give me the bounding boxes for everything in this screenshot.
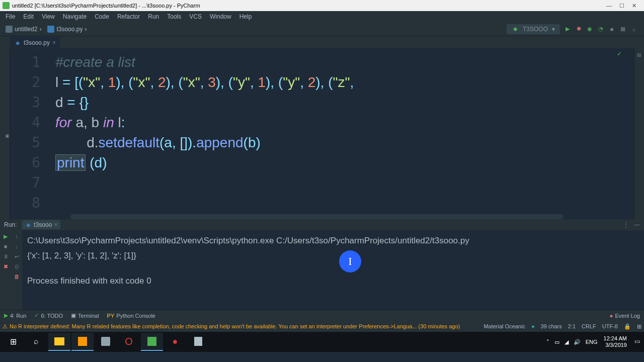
chevron-right-icon: › [85,26,87,33]
wrap-icon[interactable]: ↩ [13,253,20,260]
notepad-button[interactable] [187,333,209,351]
more-icon[interactable]: ⋮ [623,221,629,228]
left-tool-stripe: ▣ [0,48,10,219]
window-title: untitled2 [C:\Users\t3so\PycharmProjects… [12,3,606,9]
run-toolbar-right: ↑ ↓ ↩ ⎙ 🗑 [11,230,22,310]
close-tab-icon[interactable]: × [52,39,56,46]
tool-todo[interactable]: ✓6: TODO [30,312,67,319]
menu-run[interactable]: Run [145,12,162,21]
window-titlebar: untitled2 [C:\Users\t3so\PycharmProjects… [0,0,644,11]
breadcrumb-project-label: untitled2 [15,26,37,33]
run-config-area: ◆ T3SOOO ▾ ▶ ✱ ◉ ◔ ■ ▦ ⌕ [507,24,637,34]
console-exit: Process finished with exit code 0 [27,274,639,289]
python-icon [47,26,54,33]
event-log[interactable]: ●Event Log [606,313,644,319]
console-cmd: C:\Users\t3so\PycharmProjects\untitled2\… [27,233,639,248]
pause-icon[interactable]: ⏸ [2,253,9,260]
menu-help[interactable]: Help [236,12,255,21]
app-button[interactable] [95,333,117,351]
line-number: 7 [10,173,40,193]
window-controls: — ☐ ✕ [606,3,636,9]
down-icon[interactable]: ↓ [13,243,20,250]
cog-icon[interactable]: ⊞ [637,323,641,330]
maximize-icon[interactable]: ☐ [619,3,624,9]
sublime-button[interactable] [71,333,94,351]
record-button[interactable]: ● [164,333,186,351]
status-bar: ⚠ No R interpreter defined: Many R relat… [0,321,644,332]
line-number: 6 [10,153,40,173]
menu-bar: File Edit View Navigate Code Refactor Ru… [0,11,644,22]
minimize-panel-icon[interactable]: — [634,221,640,228]
menu-file[interactable]: File [3,12,18,21]
menu-vcs[interactable]: VCS [186,12,205,21]
project-tool-icon[interactable]: ▣ [5,133,10,138]
rerun-icon[interactable]: ▶ [2,233,9,240]
explorer-button[interactable] [48,333,70,351]
bottom-tool-bar: ▶4: Run ✓6: TODO ▣Terminal PYPython Cons… [0,310,644,321]
console-stdout: {'x': [1, 2, 3], 'y': [1, 2], 'z': [1]} [27,248,639,263]
coverage-icon[interactable]: ◉ [586,26,593,33]
print-icon[interactable]: ⎙ [13,263,20,270]
run-icon[interactable]: ▶ [564,26,571,33]
system-tray[interactable]: ˄ ▭ ◢ 🔊 ENG [546,339,598,345]
menu-window[interactable]: Window [207,12,234,21]
lock-icon[interactable]: 🔒 [624,323,631,330]
tray-ime[interactable]: ENG [586,339,598,345]
inspection-ok-icon[interactable]: ✓ [617,50,622,57]
profile-icon[interactable]: ◔ [597,26,604,33]
status-theme[interactable]: Material Oceanic [484,323,525,329]
run-config-dropdown[interactable]: ◆ T3SOOO ▾ [507,24,560,34]
status-warning[interactable]: ⚠ No R interpreter defined: Many R relat… [3,323,478,330]
status-eol[interactable]: CRLF [582,323,596,329]
taskbar-clock[interactable]: 12:24 AM 3/3/2019 [604,335,627,348]
run-header: Run: ◆ t3sooo × ⋮ — [0,219,644,230]
status-pos: 2:1 [568,323,576,329]
tool-run[interactable]: ▶4: Run [0,312,30,319]
chevron-down-icon: ▾ [552,26,555,33]
notifications-button[interactable]: ▭ [632,333,642,351]
app-icon [3,2,10,9]
menu-tools[interactable]: Tools [164,12,184,21]
database-tool-icon[interactable]: ▤ [637,52,641,57]
tool-terminal[interactable]: ▣Terminal [67,312,103,319]
tray-wifi-icon[interactable]: ◢ [565,339,569,345]
debug-icon[interactable]: ✱ [575,26,582,33]
close-icon[interactable]: ✖ [2,263,9,270]
line-number: 4 [10,113,40,133]
close-icon[interactable]: × [54,221,57,228]
tray-volume-icon[interactable]: 🔊 [574,339,581,345]
stop-icon[interactable]: ■ [608,26,615,33]
menu-code[interactable]: Code [92,12,112,21]
code-area[interactable]: #create a list l = [("x", 1), ("x", 2), … [55,48,634,219]
minimize-icon[interactable]: — [606,3,612,9]
start-button[interactable]: ⊞ [2,333,24,351]
opera-button[interactable]: O [118,333,140,351]
up-icon[interactable]: ↑ [13,233,20,240]
breadcrumb-file[interactable]: t3sooo.py › [44,25,90,34]
right-tool-stripe: ▤ [634,48,644,219]
menu-refactor[interactable]: Refactor [114,12,143,21]
search-button[interactable]: ⌕ [25,333,47,351]
console-output[interactable]: C:\Users\t3so\PycharmProjects\untitled2\… [22,230,644,310]
run-label: Run: [4,221,17,228]
run-body: ▶ ■ ⏸ ✖ ↑ ↓ ↩ ⎙ 🗑 C:\Users\t3so\PycharmP… [0,230,644,310]
editor[interactable]: ✓ 1 2 3 4 5 6 7 8 #create a list l = [("… [10,48,634,219]
tray-chevron-icon[interactable]: ˄ [546,339,549,345]
tool-python-console[interactable]: PYPython Console [103,313,159,319]
run-config-label: T3SOOO [523,26,548,33]
menu-view[interactable]: View [39,12,58,21]
editor-tab[interactable]: ◆ t3sooo.py × [10,37,60,48]
close-icon[interactable]: ✕ [632,3,636,9]
layout-icon[interactable]: ▦ [619,26,626,33]
trash-icon[interactable]: 🗑 [13,274,20,281]
status-enc[interactable]: UTF-8 [602,323,618,329]
run-process-tab[interactable]: ◆ t3sooo × [22,220,60,229]
horizontal-scrollbar[interactable] [70,214,564,219]
menu-edit[interactable]: Edit [20,12,37,21]
search-icon[interactable]: ⌕ [630,26,637,33]
stop-icon[interactable]: ■ [2,243,9,250]
pycharm-button[interactable] [141,333,163,351]
tray-battery-icon[interactable]: ▭ [554,339,559,345]
breadcrumb-project[interactable]: untitled2 › [3,25,44,34]
menu-navigate[interactable]: Navigate [60,12,90,21]
